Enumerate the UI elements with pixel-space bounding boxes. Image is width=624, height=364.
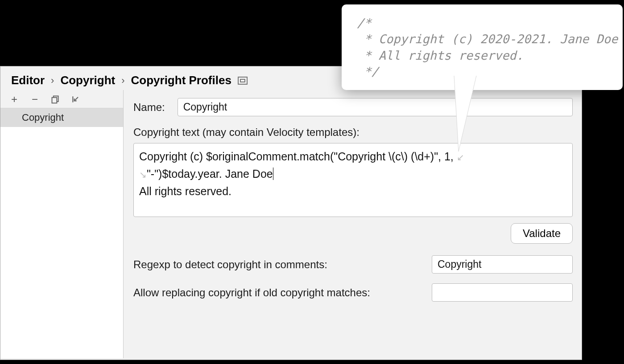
preview-line: * Copyright (c) 2020-2021. Jane Doe xyxy=(357,31,608,47)
sidebar-toolbar: + − xyxy=(0,90,123,108)
import-icon[interactable] xyxy=(71,94,81,104)
name-input[interactable] xyxy=(178,98,573,116)
copyright-text-input[interactable]: Copyright (c) $originalComment.match("Co… xyxy=(133,143,573,217)
regexp-input[interactable] xyxy=(432,255,573,274)
regexp-label: Regexp to detect copyright in comments: xyxy=(133,258,327,271)
chevron-right-icon: › xyxy=(51,75,54,86)
remove-icon[interactable]: − xyxy=(30,94,40,104)
window-icon xyxy=(238,77,248,85)
profile-item-copyright[interactable]: Copyright xyxy=(0,108,123,127)
ct-line3: All rights reserved. xyxy=(139,185,231,197)
profiles-sidebar: + − Copyright xyxy=(0,90,124,358)
copy-icon[interactable] xyxy=(50,94,60,104)
text-caret xyxy=(273,168,273,180)
wrap-icon: ↘ xyxy=(139,170,147,180)
settings-window: Editor › Copyright › Copyright Profiles … xyxy=(0,66,582,360)
add-icon[interactable]: + xyxy=(9,94,19,104)
crumb-profiles[interactable]: Copyright Profiles xyxy=(131,74,231,87)
preview-line: /* xyxy=(357,15,608,31)
name-label: Name: xyxy=(133,101,165,114)
allow-replace-label: Allow replacing copyright if old copyrig… xyxy=(133,286,370,299)
validate-button[interactable]: Validate xyxy=(511,223,573,244)
allow-replace-input[interactable] xyxy=(432,283,573,302)
profile-editor: Name: Copyright text (may contain Veloci… xyxy=(124,90,582,358)
crumb-copyright[interactable]: Copyright xyxy=(60,74,115,87)
tooltip-tail-icon xyxy=(445,76,485,156)
ct-line1: Copyright (c) $originalComment.match("Co… xyxy=(139,150,457,163)
ct-line2: "-")$today.year. Jane Doe xyxy=(147,168,273,180)
svg-rect-1 xyxy=(52,98,57,103)
copyright-text-label: Copyright text (may contain Velocity tem… xyxy=(133,126,573,139)
crumb-editor[interactable]: Editor xyxy=(11,74,45,87)
preview-line: * All rights reserved. xyxy=(357,48,608,64)
chevron-right-icon: › xyxy=(121,75,124,86)
svg-marker-2 xyxy=(454,76,476,151)
